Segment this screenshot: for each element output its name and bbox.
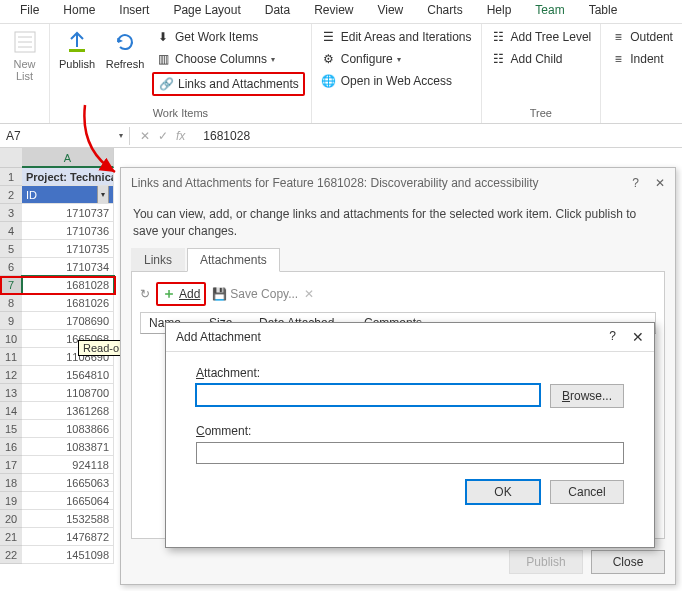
row-header[interactable]: 16 xyxy=(0,438,22,456)
refresh-button[interactable]: Refresh xyxy=(104,28,146,70)
chevron-down-icon: ▾ xyxy=(271,55,275,64)
add-attachment-button[interactable]: ＋Add xyxy=(156,282,206,306)
browse-button[interactable]: Browse... xyxy=(550,384,624,408)
row-header[interactable]: 12 xyxy=(0,366,22,384)
links-attachments-button[interactable]: 🔗Links and Attachments xyxy=(152,72,305,96)
refresh-attachments-button[interactable]: ↻ xyxy=(140,287,150,301)
menu-view[interactable]: View xyxy=(365,0,415,23)
id-header-cell[interactable]: ID▾ xyxy=(22,186,114,204)
get-work-items-button[interactable]: ⬇Get Work Items xyxy=(152,28,305,46)
row-header[interactable]: 7 xyxy=(0,276,22,294)
configure-button[interactable]: ⚙Configure▾ xyxy=(318,50,475,68)
row-header[interactable]: 19 xyxy=(0,492,22,510)
row-header[interactable]: 1 xyxy=(0,168,22,186)
row-header[interactable]: 13 xyxy=(0,384,22,402)
add-child-button[interactable]: ☷Add Child xyxy=(488,50,595,68)
attachment-input[interactable] xyxy=(196,384,540,406)
add-tree-level-button[interactable]: ☷Add Tree Level xyxy=(488,28,595,46)
areas-icon: ☰ xyxy=(321,29,337,45)
cancel-formula-icon[interactable]: ✕ xyxy=(140,129,150,143)
fx-icon[interactable]: fx xyxy=(176,129,185,143)
add-attachment-dialog: Add Attachment ? ✕ Attachment: Browse...… xyxy=(165,322,655,548)
choose-columns-button[interactable]: ▥Choose Columns▾ xyxy=(152,50,305,68)
data-cell[interactable]: 1108700 xyxy=(22,384,114,402)
formula-bar-row: A7▾ ✕ ✓ fx 1681028 xyxy=(0,124,682,148)
row-header[interactable]: 10 xyxy=(0,330,22,348)
menu-home[interactable]: Home xyxy=(51,0,107,23)
row-header[interactable]: 5 xyxy=(0,240,22,258)
menu-insert[interactable]: Insert xyxy=(107,0,161,23)
data-cell[interactable]: 1708690 xyxy=(22,312,114,330)
ok-button[interactable]: OK xyxy=(466,480,540,504)
menu-team[interactable]: Team xyxy=(523,0,576,23)
gear-icon: ⚙ xyxy=(321,51,337,67)
menu-data[interactable]: Data xyxy=(253,0,302,23)
data-cell[interactable]: 1710734 xyxy=(22,258,114,276)
tab-links[interactable]: Links xyxy=(131,248,185,272)
indent-button[interactable]: ≡Indent xyxy=(607,50,676,68)
col-header-a[interactable]: A xyxy=(22,148,114,168)
name-box[interactable]: A7▾ xyxy=(0,127,130,145)
help-button[interactable]: ? xyxy=(609,329,616,345)
tab-attachments[interactable]: Attachments xyxy=(187,248,280,272)
publish-label: Publish xyxy=(59,58,95,70)
cancel-button[interactable]: Cancel xyxy=(550,480,624,504)
plus-icon: ＋ xyxy=(162,285,176,303)
data-cell[interactable]: 1532588 xyxy=(22,510,114,528)
data-cell[interactable]: 1361268 xyxy=(22,402,114,420)
menu-review[interactable]: Review xyxy=(302,0,365,23)
data-cell[interactable]: 1681026 xyxy=(22,294,114,312)
outdent-button[interactable]: ≡Outdent xyxy=(607,28,676,46)
menu-charts[interactable]: Charts xyxy=(415,0,474,23)
data-cell[interactable]: 1710735 xyxy=(22,240,114,258)
list-icon xyxy=(11,28,39,56)
help-button[interactable]: ? xyxy=(632,176,639,190)
accept-formula-icon[interactable]: ✓ xyxy=(158,129,168,143)
data-cell[interactable]: 1665063 xyxy=(22,474,114,492)
open-web-button[interactable]: 🌐Open in Web Access xyxy=(318,72,475,90)
row-header[interactable]: 2 xyxy=(0,186,22,204)
select-all-corner[interactable] xyxy=(0,148,22,168)
menu-page-layout[interactable]: Page Layout xyxy=(161,0,252,23)
menu-file[interactable]: File xyxy=(8,0,51,23)
data-cell[interactable]: 1564810 xyxy=(22,366,114,384)
data-cell[interactable]: 1665064 xyxy=(22,492,114,510)
comment-input[interactable] xyxy=(196,442,624,464)
row-header[interactable]: 15 xyxy=(0,420,22,438)
menu-help[interactable]: Help xyxy=(475,0,524,23)
row-header[interactable]: 11 xyxy=(0,348,22,366)
data-cell[interactable]: 1710737 xyxy=(22,204,114,222)
row-header[interactable]: 20 xyxy=(0,510,22,528)
row-header[interactable]: 17 xyxy=(0,456,22,474)
data-cell[interactable]: 1083871 xyxy=(22,438,114,456)
row-header[interactable]: 14 xyxy=(0,402,22,420)
data-cell[interactable]: 1681028 xyxy=(22,276,114,294)
row-header[interactable]: 18 xyxy=(0,474,22,492)
data-cell[interactable]: 924118 xyxy=(22,456,114,474)
edit-areas-button[interactable]: ☰Edit Areas and Iterations xyxy=(318,28,475,46)
row-header[interactable]: 22 xyxy=(0,546,22,564)
data-cell[interactable]: 1083866 xyxy=(22,420,114,438)
dialog-title: Links and Attachments for Feature 168102… xyxy=(131,176,539,190)
publish-button[interactable]: Publish xyxy=(56,28,98,70)
row-header[interactable]: 9 xyxy=(0,312,22,330)
data-cell[interactable]: 1451098 xyxy=(22,546,114,564)
close-dialog-button[interactable]: Close xyxy=(591,550,665,574)
data-cell[interactable]: 1476872 xyxy=(22,528,114,546)
new-list-button: New List xyxy=(6,28,43,82)
formula-input[interactable]: 1681028 xyxy=(195,127,682,145)
close-icon[interactable]: ✕ xyxy=(632,329,644,345)
menu-table[interactable]: Table xyxy=(577,0,630,23)
row-header[interactable]: 4 xyxy=(0,222,22,240)
row-header[interactable]: 6 xyxy=(0,258,22,276)
group-tree-label: Tree xyxy=(482,105,601,123)
filter-icon[interactable]: ▾ xyxy=(97,186,109,204)
row-header[interactable]: 8 xyxy=(0,294,22,312)
close-icon[interactable]: ✕ xyxy=(655,176,665,190)
data-cell[interactable]: 1710736 xyxy=(22,222,114,240)
row-header[interactable]: 3 xyxy=(0,204,22,222)
refresh-icon xyxy=(111,28,139,56)
dialog2-title: Add Attachment xyxy=(176,330,261,344)
row-header[interactable]: 21 xyxy=(0,528,22,546)
tree-icon: ☷ xyxy=(491,29,507,45)
